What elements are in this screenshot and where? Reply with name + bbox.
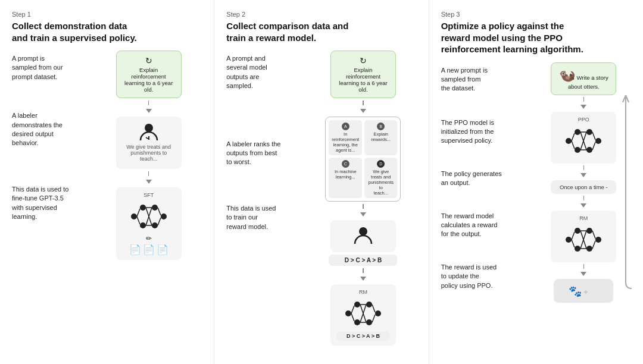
grid-cell-d: D We give treats andpunishments toteach.… [364,158,398,198]
arrow9 [583,264,585,269]
step1-text3: This data is used tofine-tune GPT-3.5wit… [12,185,68,222]
step2-text2-wrapper: A labeler ranks theoutputs from bestto w… [226,136,304,171]
edit-icon: ✏ [122,234,176,243]
step1-text1: A prompt issampled from ourprompt datase… [12,54,63,81]
svg-point-19 [354,302,360,307]
column-1: Step 1 Collect demonstration dataand tra… [0,0,214,364]
arrow1 [148,101,149,105]
rm-label-2: RM [336,289,390,295]
svg-point-17 [359,227,367,236]
step3-text3-wrapper: The policy generatesan output. [441,166,530,192]
step2-label: Step 2 [226,11,416,18]
step1-prompt-text: Explain reinforcementlearning to a 6 yea… [124,67,173,93]
svg-point-5 [140,222,146,228]
step2-prompt-text: Explain reinforcementlearning to a 6 yea… [339,67,387,93]
step3-ppo-box: PPO [551,112,616,164]
cell-label-a: A [342,123,349,130]
arrow4 [363,204,364,209]
step2-diagram: ↻ Explain reinforcementlearning to a 6 y… [310,51,416,353]
arrow2 [148,171,149,176]
sft-label: SFT [122,192,176,198]
step3-prompt-box: 🦦 Write a storyabout otters. [551,62,616,95]
step1-labeler-card: We give treats andpunishments to teach..… [116,117,182,169]
svg-text:🐾: 🐾 [569,285,582,298]
arrow6 [583,97,585,102]
step1-left-text: A prompt issampled from ourprompt datase… [12,51,89,353]
rm-network [342,297,384,330]
step1-content: A prompt issampled from ourprompt datase… [12,51,202,353]
svg-point-6 [152,205,158,211]
cell-label-b: B [377,123,385,130]
step2-text1: A prompt andseveral modeloutputs aresamp… [226,54,267,91]
step3-diagram: 🦦 Write a storyabout otters. PPO [536,62,631,354]
step2-content: A prompt andseveral modeloutputs aresamp… [226,51,416,353]
svg-point-34 [575,147,580,153]
feedback-arrow-svg [621,95,634,291]
step2-text3: This data is usedto train ourreward mode… [226,204,276,231]
svg-line-31 [372,315,375,322]
svg-line-30 [372,305,375,312]
svg-line-38 [572,133,575,141]
step3-left-text: A new prompt issampled fromthe dataset. … [441,62,530,354]
grid-cell-a: A In reinforcementlearning, theagent is.… [329,120,362,155]
step2-text3-wrapper: This data is usedto train ourreward mode… [226,200,304,235]
step3-text5: The reward is usedto update thepolicy us… [441,263,497,290]
step3-label: Step 3 [441,11,631,18]
svg-line-25 [351,313,354,321]
arrow1-head [146,109,152,113]
otter-icon: 🦦 [559,68,575,83]
svg-point-36 [586,147,592,153]
svg-point-22 [366,319,372,325]
arrow8-head [580,203,586,208]
svg-point-0 [145,124,153,132]
step3-content: A new prompt issampled fromthe dataset. … [441,62,631,354]
svg-point-50 [586,246,592,252]
svg-text:✦: ✦ [582,287,589,297]
step2-title: Collect comparison data andtrain a rewar… [226,20,416,43]
step1-text2-wrapper: A labelerdemonstrates thedesired outputb… [12,108,89,152]
svg-point-46 [566,237,572,243]
column-2: Step 2 Collect comparison data andtrain … [214,0,429,364]
svg-point-23 [375,310,381,316]
arrow5-head [360,277,366,281]
ppo-label: PPO [557,117,610,123]
step2-labeler-card [330,220,396,252]
step1-prompt-box: ↻ Explain reinforcementlearning to a 6 y… [116,51,182,98]
recycle-icon-2: ↻ [337,56,389,65]
arrow8 [583,196,585,200]
svg-line-39 [572,141,575,149]
outputs-grid: A In reinforcementlearning, theagent is.… [329,120,397,198]
step3-rm-box: RM [551,211,616,262]
step3-text5-wrapper: The reward is usedto update thepolicy us… [441,259,530,294]
step2-prompt-box: ↻ Explain reinforcementlearning to a 6 y… [330,51,396,98]
step2-text1-wrapper: A prompt andseveral modeloutputs aresamp… [226,51,304,95]
svg-line-58 [592,231,595,239]
doc-icon-2: 📄 [143,244,155,255]
step1-diagram: ↻ Explain reinforcementlearning to a 6 y… [95,51,202,353]
arrow6-head [580,105,586,109]
grid-cell-c: C In machinelearning... [329,158,362,198]
step1-text3-wrapper: This data is used tofine-tune GPT-3.5wit… [12,181,89,225]
svg-point-8 [161,214,167,219]
sft-network [128,200,170,233]
step1-text1-wrapper: A prompt issampled from ourprompt datase… [12,51,89,85]
step2-rm-box: RM D > C > A > B [330,284,396,346]
recycle-icon: ↻ [123,56,175,65]
svg-line-10 [137,216,140,224]
step1-card-text: We give treats andpunishments to teach..… [122,144,176,162]
step3-text1: A new prompt issampled fromthe dataset. [441,66,488,93]
step3-text4: The reward modelcalculates a rewardfor t… [441,212,498,239]
ppo-network [563,125,604,158]
svg-point-35 [586,129,592,135]
svg-point-20 [354,319,360,325]
svg-point-33 [575,129,580,135]
column-3: Step 3 Optimize a policy against therewa… [429,0,643,364]
step1-title: Collect demonstration dataand train a su… [12,20,202,43]
svg-point-47 [575,228,580,234]
arrow4-head [360,212,366,216]
cell-label-c: C [342,160,349,168]
step3-text1-wrapper: A new prompt issampled fromthe dataset. [441,62,530,97]
svg-point-49 [586,228,592,234]
arrow7-head [580,173,586,177]
doc-icon-3: 📄 [157,244,168,255]
